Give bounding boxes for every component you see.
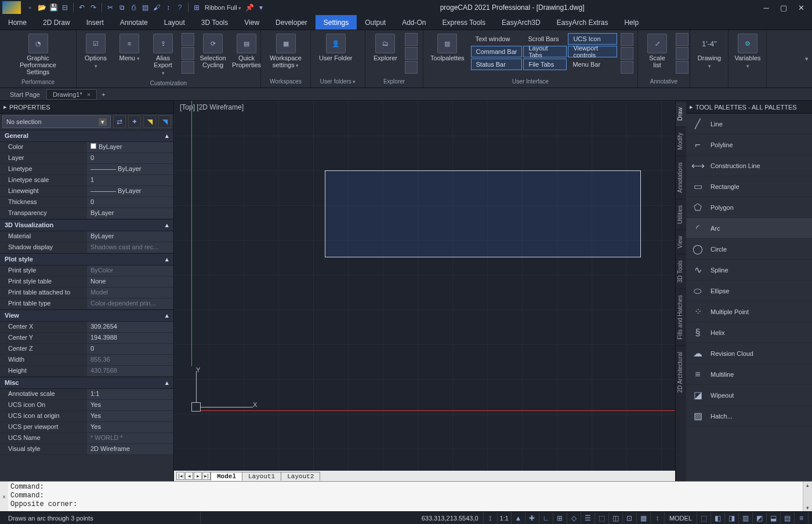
qat-open-icon[interactable]: 📂 [37,2,47,13]
sb-menu-icon[interactable]: ≡ [795,512,809,524]
prop-btn-2[interactable]: ✦ [128,115,141,128]
tool-line[interactable]: ╱Line [686,114,812,134]
prop-row[interactable]: Annotative scale1:1 [0,389,173,400]
menu-button[interactable]: ≡Menu [114,32,145,63]
explorer-small-3[interactable] [405,61,418,74]
sb-icon-15[interactable]: ◨ [725,512,739,524]
qat-new-icon[interactable]: ▫ [25,2,35,13]
prop-row[interactable]: Visual style2D Wireframe [0,444,173,455]
tool-revision-cloud[interactable]: ☁Revision Cloud [686,343,812,364]
prop-section-plot-style[interactable]: Plot style▴ [0,253,173,265]
palette-tab-annotations[interactable]: Annotations [676,156,686,199]
maximize-button[interactable]: ▢ [775,2,792,13]
prop-row[interactable]: MaterialByLayer [0,231,173,242]
layout-tabs-button[interactable]: Layout Tabs [523,46,567,57]
qat-pin-icon[interactable]: 📌 [244,2,255,13]
command-line[interactable]: × Command: Command: Opposite corner: ▴▾ [0,481,812,511]
status-model[interactable]: MODEL [665,512,697,524]
menu-settings[interactable]: Settings [316,15,357,30]
qat-print-icon[interactable]: ⎙ [128,2,139,13]
menu-output[interactable]: Output [357,15,394,30]
prop-btn-1[interactable]: ⇄ [113,115,126,128]
palette-tab-draw[interactable]: Draw [676,101,686,126]
prop-row[interactable]: Lineweight———— ByLayer [0,186,173,197]
sb-icon-12[interactable]: ↕ [651,512,665,524]
drawing-button[interactable]: 1'-4"Drawing [694,32,725,71]
prop-row[interactable]: TransparencyByLayer [0,208,173,219]
menu-annotate[interactable]: Annotate [112,15,156,30]
prop-row[interactable]: Print table attached toModel [0,288,173,299]
layout-tab-1[interactable]: Layout1 [242,472,281,481]
tool-rectangle[interactable]: ▭Rectangle [686,176,812,197]
sb-icon-17[interactable]: ◩ [753,512,767,524]
tab-start-page[interactable]: Start Page [3,89,46,100]
close-button[interactable]: ✕ [792,2,810,13]
prop-row[interactable]: UCS Name* WORLD * [0,433,173,444]
add-tab-button[interactable]: + [97,91,110,98]
prop-row[interactable]: Print style tableNone [0,276,173,288]
prop-row[interactable]: UCS per viewportYes [0,422,173,433]
status-bar-button[interactable]: Status Bar [471,59,523,70]
tool-small-1[interactable] [182,33,194,46]
layout-tab-2[interactable]: Layout2 [281,472,320,481]
collapse-icon[interactable]: ▸ [690,103,693,111]
prop-btn-4[interactable]: ◥ [158,115,171,128]
sb-icon-7[interactable]: ☰ [581,512,595,524]
scroll-bars-button[interactable]: Scroll Bars [523,33,567,45]
anno-small-3[interactable] [676,61,688,74]
sb-icon-3[interactable]: ✚ [525,512,539,524]
scale-list-button[interactable]: ⤢Scale list [641,32,673,70]
qat-saveas-icon[interactable]: ⊟ [60,2,70,13]
sb-icon-18[interactable]: ⬓ [767,512,781,524]
sb-icon-11[interactable]: ▦ [637,512,651,524]
drawing-canvas[interactable]: [Top] [2D Wireframe] YX [174,101,675,471]
qat-help-icon[interactable]: ? [175,2,185,13]
qat-preview-icon[interactable]: ▤ [140,2,150,13]
sb-icon-9[interactable]: ◫ [609,512,623,524]
graphic-performance-button[interactable]: ◔Graphic Performance Settings [3,32,72,77]
cmd-close-icon[interactable]: × [0,482,8,511]
ucs-icon-button[interactable]: UCS Icon [568,33,617,45]
menu-developer[interactable]: Developer [267,15,316,30]
palette-tab-3d-tools[interactable]: 3D Tools [676,254,686,289]
selection-cycling-button[interactable]: ⟳Selection Cycling [197,32,229,70]
tool-hatch-[interactable]: ▨Hatch... [686,406,812,427]
ribbon-mode-dropdown[interactable]: Ribbon Full [202,4,244,11]
sb-icon-13[interactable]: ⬚ [697,512,711,524]
prop-section-general[interactable]: General▴ [0,130,173,142]
prop-row[interactable]: Linetype scale1 [0,175,173,186]
ui-small-3[interactable] [621,61,633,74]
tool-construction-line[interactable]: ⟷Construction Line [686,155,812,176]
menu-bar-button[interactable]: Menu Bar [568,59,617,70]
tool-multiple-point[interactable]: ⁘Multiple Point [686,301,812,322]
collapse-icon[interactable]: ▸ [3,103,7,111]
layout-next-button[interactable]: ▸ [194,472,202,480]
prop-section-view[interactable]: View▴ [0,310,173,322]
prop-row[interactable]: Shadow displayShadows cast and rec... [0,242,173,253]
explorer-small-2[interactable] [405,47,418,60]
tool-spline[interactable]: ∿Spline [686,260,812,281]
qat-redo-icon[interactable]: ↷ [88,2,99,13]
menu-express-tools[interactable]: Express Tools [434,15,494,30]
prop-row[interactable]: Print table typeColor-dependent prin... [0,299,173,310]
explorer-button[interactable]: 🗂Explorer [369,32,402,63]
tool-multiline[interactable]: ≡Multiline [686,364,812,385]
prop-row[interactable]: Linetype———— ByLayer [0,164,173,175]
qat-copy-icon[interactable]: ⧉ [117,2,127,13]
prop-btn-3[interactable]: ◥ [143,115,156,128]
alias-export-button[interactable]: ⇪Alias Export [147,32,179,78]
palette-tab-modify[interactable]: Modify [676,126,686,155]
layout-first-button[interactable]: |◂ [176,472,184,480]
command-bar-button[interactable]: Command Bar [471,46,523,57]
ui-small-2[interactable] [621,47,633,60]
prop-row[interactable]: Width855.36 [0,355,173,366]
prop-row[interactable]: Height430.7568 [0,366,173,377]
qat-save-icon[interactable]: 💾 [48,2,59,13]
sb-icon-19[interactable]: ▤ [781,512,795,524]
palette-tab-fills-and-hatches[interactable]: Fills and Hatches [676,289,686,345]
prop-row[interactable]: UCS icon OnYes [0,400,173,411]
prop-row[interactable]: Print styleByColor [0,265,173,276]
qat-cut-icon[interactable]: ✂ [105,2,115,13]
sb-icon-10[interactable]: ⊡ [623,512,637,524]
sb-icon-8[interactable]: ⬚ [595,512,609,524]
